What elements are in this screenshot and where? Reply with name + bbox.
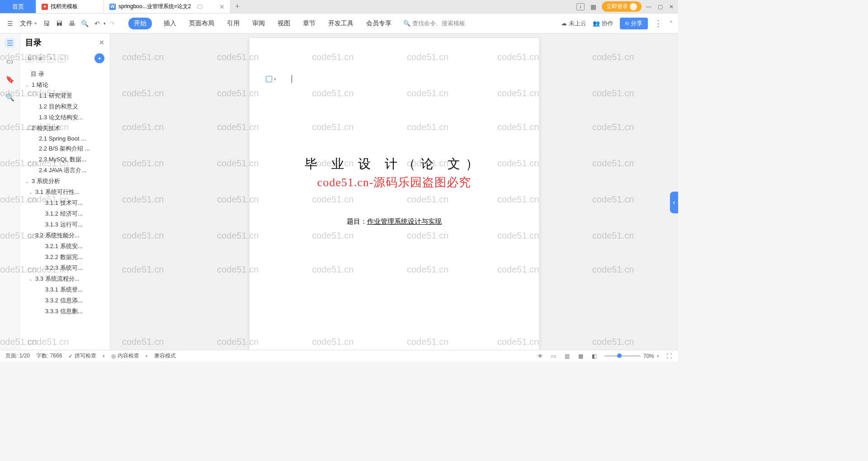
minimize-icon[interactable]: — xyxy=(646,4,651,10)
outline-item[interactable]: 3.3.1 系统登... xyxy=(20,284,110,295)
content-check[interactable]: ◎ 内容检查 xyxy=(111,352,139,360)
view-mode-1-icon[interactable]: ▭ xyxy=(550,353,557,360)
share-button[interactable]: ⎋ 分享 xyxy=(620,18,648,29)
search-placeholder: 查找命令、搜索模板 xyxy=(412,19,465,28)
outline-item[interactable]: 1.1 研究背景 xyxy=(20,90,110,101)
more-icon[interactable]: ⋮ xyxy=(654,19,662,28)
outline-item[interactable]: 3.2.2 数据完... xyxy=(20,252,110,263)
collapse-all-icon[interactable]: ⊟ xyxy=(25,54,33,62)
print-preview-icon[interactable]: 🔍 xyxy=(79,18,90,29)
outline-item[interactable]: ⌄3.1 系统可行性... xyxy=(20,187,110,198)
menu-start[interactable]: 开始 xyxy=(128,18,152,29)
cloud-icon: ☁ xyxy=(561,20,567,27)
collab-button[interactable]: 👥 协作 xyxy=(593,19,613,28)
menu-layout[interactable]: 页面布局 xyxy=(188,18,215,29)
content-check-label: 内容检查 xyxy=(118,352,139,360)
search-rail-icon[interactable]: 🔍 xyxy=(5,92,15,102)
save-icon[interactable]: 🖫 xyxy=(41,18,52,29)
expand-all-icon[interactable]: ⊞ xyxy=(36,54,44,62)
collab-icon: 👥 xyxy=(593,20,600,27)
outline-item[interactable]: 3.1.2 经济可... xyxy=(20,208,110,219)
menu-references[interactable]: 引用 xyxy=(226,18,241,29)
file-menu[interactable]: 文件 ▾ xyxy=(17,19,39,28)
zoom-value: 70% xyxy=(643,353,654,359)
compat-mode[interactable]: 兼容模式 xyxy=(154,352,176,360)
expand-icon[interactable]: ⌃ xyxy=(669,20,674,27)
outline-item[interactable]: 目 录 xyxy=(20,69,110,80)
word-count[interactable]: 字数: 7666 xyxy=(36,352,62,360)
outline-panel: 目录 ✕ ⊟ ⊞ + − ✦ 目 录⌄1 绪论1.1 研究背景1.2 目的和意义… xyxy=(20,33,110,350)
menu-view[interactable]: 视图 xyxy=(277,18,291,29)
apps-icon[interactable]: ▦ xyxy=(589,3,597,10)
spell-check[interactable]: ✓ 拼写检查 xyxy=(68,352,96,360)
status-bar: 页面: 1/20 字数: 7666 ✓ 拼写检查 ▾ ◎ 内容检查 ▾ 兼容模式… xyxy=(0,350,678,362)
right-slide-tab[interactable]: ‹ xyxy=(670,192,678,213)
outline-item[interactable]: 3.3.2 信息添... xyxy=(20,295,110,306)
outline-item[interactable]: 1.2 目的和意义 xyxy=(20,101,110,112)
status-dropdown-icon[interactable]: ▾ xyxy=(103,354,105,358)
view-mode-2-icon[interactable]: ▥ xyxy=(564,353,571,360)
outline-item[interactable]: ⌄3.3 系统流程分... xyxy=(20,273,110,284)
outline-item[interactable]: 3.2.3 系统可... xyxy=(20,263,110,273)
outline-item[interactable]: ⌄3.2 系统性能分... xyxy=(20,230,110,241)
page-marker[interactable]: ▾ xyxy=(266,75,292,83)
cloud-status[interactable]: ☁ 未上云 xyxy=(561,19,586,28)
outline-item[interactable]: ⌄2 相关技术 xyxy=(20,123,110,134)
document-canvas[interactable]: ▾ 毕 业 设 计（论 文） code51.cn-源码乐园盗图必究 题目：作业管… xyxy=(110,33,678,350)
tab-template[interactable]: ✦ 找稻壳模板 xyxy=(36,0,104,13)
tab-home[interactable]: 首页 xyxy=(0,0,36,13)
outline-item[interactable]: 3.1.3 运行可... xyxy=(20,219,110,230)
tab-close-icon[interactable]: ✕ xyxy=(219,3,225,10)
remove-heading-icon[interactable]: − xyxy=(58,54,66,62)
hamburger-icon[interactable]: ☰ xyxy=(5,18,15,29)
outline-item[interactable]: 2.2 B/S 架构介绍 ... xyxy=(20,143,110,154)
login-button[interactable]: 立即登录 xyxy=(602,1,642,12)
outline-item[interactable]: 2.3 MySQL 数据... xyxy=(20,154,110,165)
add-heading-icon[interactable]: + xyxy=(47,54,55,62)
undo-icon[interactable]: ↶ xyxy=(92,18,103,29)
print-icon[interactable]: 🖶 xyxy=(66,18,77,29)
outline-item[interactable]: 3.3.3 信息删... xyxy=(20,306,110,317)
outline-item[interactable]: 3.1.1 技术可... xyxy=(20,198,110,208)
outline-rail-icon[interactable]: ☰ xyxy=(5,38,15,48)
menu-chapter[interactable]: 章节 xyxy=(302,18,316,29)
outline-item[interactable]: 2.4 JAVA 语言介... xyxy=(20,165,110,176)
chevron-down-icon: ⌄ xyxy=(29,190,35,195)
undo-dropdown-icon[interactable]: ▾ xyxy=(104,21,106,26)
outline-close-icon[interactable]: ✕ xyxy=(99,39,104,46)
page-rail-icon[interactable]: ▭ xyxy=(5,56,15,66)
tab-document[interactable]: W springboo...业管理系统=论文2 🖵 ✕ xyxy=(104,0,231,13)
outline-item[interactable]: 2.1 Spring Boot ... xyxy=(20,134,110,143)
maximize-icon[interactable]: ▢ xyxy=(658,4,663,10)
page-indicator[interactable]: 页面: 1/20 xyxy=(5,352,30,360)
layout-icon[interactable]: 1 xyxy=(576,3,585,10)
document-icon: W xyxy=(109,4,116,10)
outline-item[interactable]: ⌄3 系统分析 xyxy=(20,176,110,187)
status-dropdown-icon-2[interactable]: ▾ xyxy=(146,354,148,358)
chevron-down-icon: ⌄ xyxy=(25,126,32,131)
eye-icon[interactable]: 👁 xyxy=(537,353,544,360)
view-mode-4-icon[interactable]: ◧ xyxy=(591,353,598,360)
outline-item[interactable]: ⌄1 绪论 xyxy=(20,80,110,90)
ai-assistant-icon[interactable]: ✦ xyxy=(94,53,104,63)
fullscreen-icon[interactable]: ⛶ xyxy=(665,353,673,360)
zoom-dropdown-icon[interactable]: ▾ xyxy=(657,354,659,358)
save-as-icon[interactable]: 🖬 xyxy=(54,18,65,29)
document-subject: 题目：作业管理系统设计与实现 xyxy=(277,217,512,226)
outline-item[interactable]: 3.2.1 系统安... xyxy=(20,241,110,252)
bookmark-rail-icon[interactable]: 🔖 xyxy=(5,74,15,84)
template-icon: ✦ xyxy=(42,4,48,10)
zoom-slider[interactable] xyxy=(604,355,641,357)
outline-item[interactable]: 1.3 论文结构安... xyxy=(20,112,110,123)
view-mode-3-icon[interactable]: ▦ xyxy=(577,353,585,360)
close-window-icon[interactable]: ✕ xyxy=(669,4,674,10)
redo-icon[interactable]: ↷ xyxy=(107,18,118,29)
menu-review[interactable]: 审阅 xyxy=(251,18,266,29)
menu-insert[interactable]: 插入 xyxy=(163,18,177,29)
zoom-thumb[interactable] xyxy=(617,353,622,358)
command-search[interactable]: 🔍 查找命令、搜索模板 xyxy=(403,19,465,28)
tab-add-button[interactable]: + xyxy=(231,0,244,13)
zoom-control[interactable]: 70% ▾ xyxy=(604,353,659,359)
menu-devtools[interactable]: 开发工具 xyxy=(327,18,354,29)
menu-vip[interactable]: 会员专享 xyxy=(365,18,392,29)
